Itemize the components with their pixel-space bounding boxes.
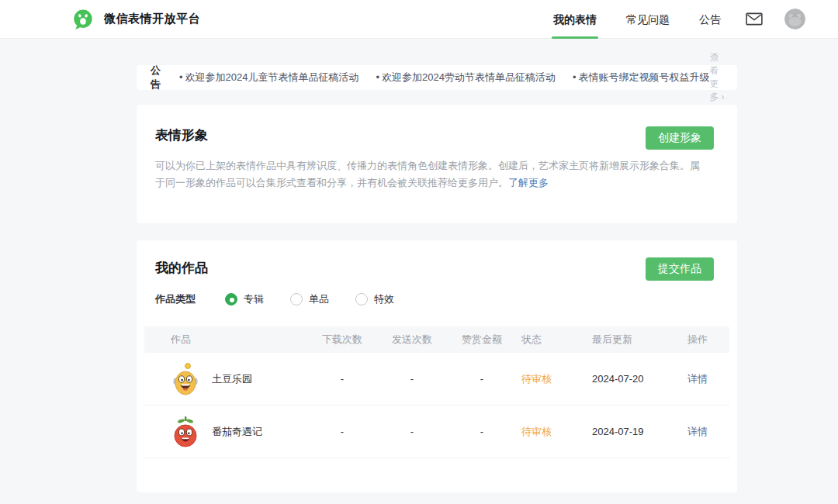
announcement-bar: 公告 •欢迎参加2024儿童节表情单品征稿活动 •欢迎参加2024劳动节表情单品… xyxy=(137,65,737,90)
work-thumbnail-potato xyxy=(171,361,200,397)
work-type-radio-group: 专辑 单品 特效 xyxy=(225,292,394,306)
announcement-link-3[interactable]: •表情账号绑定视频号权益升级 xyxy=(573,71,710,85)
nav-faq[interactable]: 常见问题 xyxy=(626,0,670,39)
platform-logo-icon xyxy=(71,8,95,31)
brand-title: 微信表情开放平台 xyxy=(104,12,200,26)
create-figure-button[interactable]: 创建形象 xyxy=(646,126,714,150)
bullet-icon: • xyxy=(179,71,183,83)
figure-description: 可以为你已上架的表情作品中具有辨识度、传播力的表情角色创建表情形象。创建后，艺术… xyxy=(155,157,709,192)
bullet-icon: • xyxy=(376,71,379,83)
works-section-title: 我的作品 xyxy=(155,259,719,277)
radio-effects[interactable]: 特效 xyxy=(355,292,394,306)
bullet-icon: • xyxy=(573,71,577,83)
work-type-filter: 作品类型 专辑 单品 特效 xyxy=(155,292,719,306)
radio-single[interactable]: 单品 xyxy=(290,292,329,306)
work-thumbnail-tomato xyxy=(171,414,200,450)
col-header-reward: 赞赏金额 xyxy=(447,333,517,347)
col-header-status: 状态 xyxy=(517,333,588,347)
chevron-right-icon: › xyxy=(722,91,725,102)
work-name: 土豆乐园 xyxy=(212,372,252,386)
announcement-link-2[interactable]: •欢迎参加2024劳动节表情单品征稿活动 xyxy=(376,71,555,85)
works-table: 作品 下载次数 发送次数 赞赏金额 状态 最后更新 操作 xyxy=(144,326,729,458)
sticker-figure-card: 表情形象 创建形象 可以为你已上架的表情作品中具有辨识度、传播力的表情角色创建表… xyxy=(137,105,737,223)
view-more-link[interactable]: 查看更多› xyxy=(710,51,725,104)
learn-more-link[interactable]: 了解更多 xyxy=(508,177,549,188)
announcement-links: •欢迎参加2024儿童节表情单品征稿活动 •欢迎参加2024劳动节表情单品征稿活… xyxy=(179,71,710,85)
updated-date: 2024-07-20 xyxy=(588,373,680,385)
status-badge: 待审核 xyxy=(517,372,588,386)
mail-icon[interactable] xyxy=(746,12,763,26)
announcement-link-1[interactable]: •欢迎参加2024儿童节表情单品征稿活动 xyxy=(179,71,358,85)
radio-unselected-icon xyxy=(290,293,303,306)
reward-value: - xyxy=(447,426,517,437)
col-header-sends: 发送次数 xyxy=(377,333,447,347)
work-name: 番茄奇遇记 xyxy=(212,425,262,439)
sends-value: - xyxy=(377,426,447,437)
filter-label: 作品类型 xyxy=(155,292,196,306)
nav-announcements[interactable]: 公告 xyxy=(699,0,721,39)
downloads-value: - xyxy=(307,426,377,437)
top-header: 微信表情开放平台 我的表情 常见问题 公告 xyxy=(0,0,838,39)
radio-album[interactable]: 专辑 xyxy=(225,292,264,306)
updated-date: 2024-07-19 xyxy=(588,426,680,437)
status-badge: 待审核 xyxy=(517,425,588,439)
nav-my-stickers[interactable]: 我的表情 xyxy=(553,0,597,39)
radio-unselected-icon xyxy=(355,293,368,306)
sends-value: - xyxy=(377,373,447,385)
announcement-label: 公告 xyxy=(151,64,161,91)
main-content: 公告 •欢迎参加2024儿童节表情单品征稿活动 •欢迎参加2024劳动节表情单品… xyxy=(137,65,737,492)
table-row: 番茄奇遇记 - - - 待审核 2024-07-19 详情 xyxy=(144,406,729,458)
reward-value: - xyxy=(447,373,517,385)
user-avatar[interactable] xyxy=(784,9,805,29)
col-header-updated: 最后更新 xyxy=(588,333,680,347)
my-works-card: 我的作品 提交作品 作品类型 专辑 单品 特效 作品 xyxy=(137,240,737,492)
table-header-row: 作品 下载次数 发送次数 赞赏金额 状态 最后更新 操作 xyxy=(144,326,729,353)
radio-selected-icon xyxy=(225,293,237,306)
table-row: 土豆乐园 - - - 待审核 2024-07-20 详情 xyxy=(144,353,729,406)
col-header-downloads: 下载次数 xyxy=(307,333,377,347)
main-nav: 我的表情 常见问题 公告 xyxy=(524,0,805,39)
figure-section-title: 表情形象 xyxy=(155,126,719,144)
details-link[interactable]: 详情 xyxy=(680,372,729,386)
downloads-value: - xyxy=(307,373,377,385)
submit-work-button[interactable]: 提交作品 xyxy=(646,257,714,281)
details-link[interactable]: 详情 xyxy=(680,425,729,439)
col-header-action: 操作 xyxy=(680,333,729,347)
col-header-work: 作品 xyxy=(144,333,307,347)
